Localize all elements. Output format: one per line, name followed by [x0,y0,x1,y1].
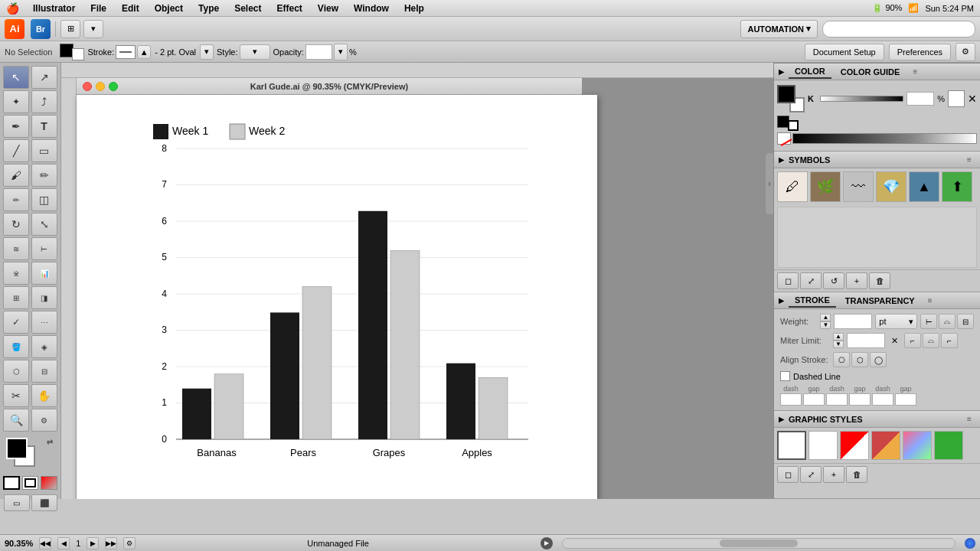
width-tool-btn[interactable]: ⊢ [31,237,57,260]
stroke-tab[interactable]: STROKE [789,294,836,308]
dash-input-1[interactable] [780,393,802,406]
menu-illustrator[interactable]: Illustrator [27,2,81,15]
stroke-dropdown-btn[interactable]: ▾ [200,44,214,60]
paintbrush-tool-btn[interactable]: 🖌 [3,164,29,187]
stroke-color-swatch[interactable] [116,45,136,59]
transparency-tab[interactable]: TRANSPARENCY [839,295,921,307]
stroke-spinner-up[interactable]: ▲ [137,45,151,59]
fill-square-btn[interactable] [3,476,20,490]
layout-options-btn[interactable]: ▾ [83,20,103,38]
menu-select[interactable]: Select [228,2,267,15]
menu-view[interactable]: View [312,2,345,15]
menu-type[interactable]: Type [192,2,225,15]
type-tool-btn[interactable]: T [31,115,57,138]
dashed-line-checkbox[interactable] [780,371,790,381]
menu-help[interactable]: Help [398,2,430,15]
weight-spinner[interactable]: ▲ ▼ [820,314,831,329]
maximize-button[interactable] [109,82,118,91]
gs-green[interactable] [934,431,963,460]
symbol-break-btn[interactable]: ⤢ [800,272,822,289]
opacity-arrow-icon[interactable]: ▾ [334,44,348,60]
gap-input-2[interactable] [849,393,871,406]
canvas-document[interactable]: Week 1 Week 2 8 7 6 5 4 [77,95,597,499]
miter-up-btn[interactable]: ▲ [833,333,844,341]
nav-next-btn[interactable]: ▶ [87,537,99,549]
dash-input-3[interactable] [872,393,893,406]
scrollbar-thumb[interactable] [720,540,798,547]
symbol-reset-btn[interactable]: ↺ [823,272,844,289]
symbol-3[interactable]: 💎 [876,171,906,202]
dash-input-2[interactable] [826,393,848,406]
symbols-collapse[interactable]: ▶ [779,156,784,164]
stroke-panel-menu[interactable]: ≡ [924,295,936,307]
pen-tool-btn[interactable]: ✒ [3,115,29,138]
stroke-indicator-box[interactable] [788,120,799,131]
k-slider[interactable] [820,96,903,102]
blend-tool-btn[interactable]: ⋯ [31,311,57,334]
join-bevel-btn[interactable]: ⌐ [941,333,958,348]
symbol-0[interactable]: 🖊 [777,171,808,202]
minimize-button[interactable] [96,82,105,91]
apple-menu[interactable]: 🍎 [6,2,19,15]
eraser-tool-btn[interactable]: ◫ [31,188,57,211]
gs-new-art-btn[interactable]: ◻ [777,466,799,483]
scale-tool-btn[interactable]: ⤡ [31,213,57,236]
color-panel-menu[interactable]: ≡ [909,66,921,78]
menu-edit[interactable]: Edit [116,2,145,15]
opacity-input[interactable]: 100 [305,44,332,60]
slice-tool-btn[interactable]: ⊟ [31,360,57,383]
play-button[interactable]: ▶ [541,537,553,549]
weight-unit-dropdown[interactable]: pt▾ [875,314,917,329]
symbol-4[interactable]: ▲ [909,171,939,202]
join-round-btn[interactable]: ⌓ [923,333,939,348]
stroke-collapse[interactable]: ▶ [779,297,784,305]
gap-input-3[interactable] [895,393,916,406]
miter-spinner[interactable]: ▲ ▼ [833,333,844,348]
nav-last-btn[interactable]: ▶▶ [105,537,117,549]
gs-default[interactable] [777,431,806,460]
menu-window[interactable]: Window [348,2,395,15]
gs-menu[interactable]: ≡ [963,413,975,425]
gs-colorful[interactable] [903,431,932,460]
miter-input[interactable] [847,333,885,348]
gs-white[interactable] [808,431,838,460]
stroke-outside-btn[interactable]: ◯ [870,352,887,367]
search-input[interactable] [822,21,975,37]
menu-object[interactable]: Object [149,2,189,15]
gap-input-1[interactable] [803,393,825,406]
document-setup-button[interactable]: Document Setup [805,44,884,60]
gs-collapse[interactable]: ▶ [779,416,784,423]
color-none-icon[interactable]: ✕ [968,93,977,105]
rotate-tool-btn[interactable]: ↻ [3,213,29,236]
selection-tool-btn[interactable]: ↖ [3,66,29,89]
swap-colors-icon[interactable]: ⇄ [47,438,53,446]
magic-wand-tool-btn[interactable]: ✦ [3,90,29,113]
gs-yellow-red[interactable] [871,431,900,460]
symbol-place-btn[interactable]: ◻ [777,272,799,289]
gs-new-btn[interactable]: + [823,466,844,483]
column-graph-tool-btn[interactable]: 📊 [31,262,57,285]
foreground-color-swatch[interactable] [6,438,28,459]
menu-file[interactable]: File [84,2,113,15]
gs-delete-btn[interactable]: 🗑 [846,466,867,483]
none-stroke-icon[interactable] [777,132,791,145]
blob-brush-tool-btn[interactable]: ✏ [3,188,29,211]
perspective-grid-btn[interactable]: ⬡ [3,360,29,383]
stroke-square-btn[interactable] [22,476,39,490]
full-screen-btn[interactable]: ⬛ [31,494,57,511]
color-panel-collapse[interactable]: ▶ [779,68,784,76]
symbols-menu[interactable]: ≡ [963,154,975,166]
cap-butt-btn[interactable]: ⊢ [920,314,937,329]
change-screen-mode-btn[interactable]: ▭ [4,494,30,511]
close-button[interactable] [83,82,92,91]
stroke-center-btn[interactable]: ⎔ [833,352,850,367]
gray-gradient-bar[interactable] [792,133,977,144]
canvas-area[interactable]: Karl Gude.ai @ 90.35% (CMYK/Preview) Wee… [61,63,773,499]
lasso-tool-btn[interactable]: ⤴ [31,90,57,113]
extra-tool-btn[interactable]: ⚙ [31,409,57,432]
extra-options-btn[interactable]: ⚙ [956,43,975,61]
symbol-5[interactable]: ⬆ [942,171,972,202]
rect-tool-btn[interactable]: ▭ [31,139,57,162]
eyedropper-tool-btn[interactable]: ✓ [3,311,29,334]
color-guide-tab[interactable]: COLOR GUIDE [835,66,906,78]
